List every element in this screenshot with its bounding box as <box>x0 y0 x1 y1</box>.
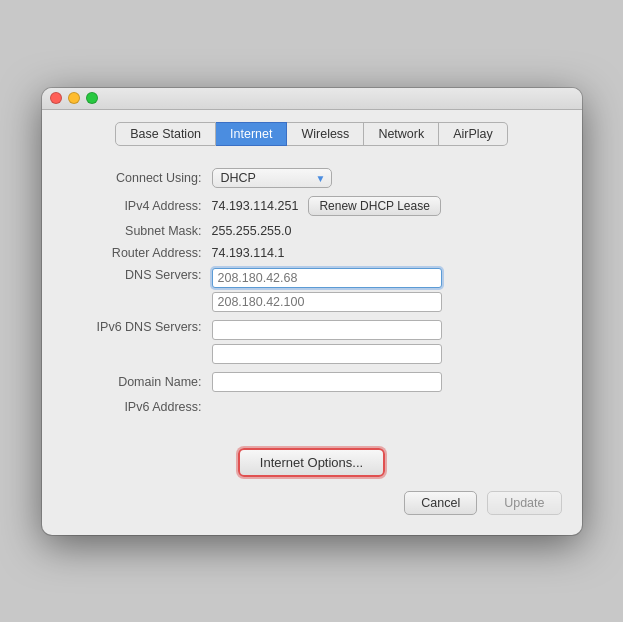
bottom-section: Internet Options... <box>42 448 582 477</box>
internet-options-button[interactable]: Internet Options... <box>238 448 385 477</box>
titlebar <box>42 88 582 110</box>
ipv6-address-row: IPv6 Address: <box>72 400 552 414</box>
main-window: Base Station Internet Wireless Network A… <box>42 88 582 535</box>
ipv6-dns-row: IPv6 DNS Servers: <box>72 320 552 364</box>
dns-server-1-input[interactable] <box>212 268 442 288</box>
ipv6-dns-label: IPv6 DNS Servers: <box>72 320 212 334</box>
domain-row: Domain Name: <box>72 372 552 392</box>
dns-group <box>212 268 442 312</box>
maximize-button[interactable] <box>86 92 98 104</box>
minimize-button[interactable] <box>68 92 80 104</box>
dns-row: DNS Servers: <box>72 268 552 312</box>
domain-label: Domain Name: <box>72 375 212 389</box>
connect-using-select-wrapper: DHCP ▼ <box>212 168 332 188</box>
tab-wireless[interactable]: Wireless <box>287 122 364 146</box>
ipv6-address-label: IPv6 Address: <box>72 400 212 414</box>
ipv4-row: IPv4 Address: 74.193.114.251 Renew DHCP … <box>72 196 552 216</box>
subnet-value: 255.255.255.0 <box>212 224 292 238</box>
action-row: Cancel Update <box>42 477 582 519</box>
connect-using-select[interactable]: DHCP <box>212 168 332 188</box>
subnet-row: Subnet Mask: 255.255.255.0 <box>72 224 552 238</box>
router-value: 74.193.114.1 <box>212 246 285 260</box>
ipv6-dns-server-2-input[interactable] <box>212 344 442 364</box>
tab-airplay[interactable]: AirPlay <box>439 122 508 146</box>
tab-bar: Base Station Internet Wireless Network A… <box>42 110 582 154</box>
tab-base-station[interactable]: Base Station <box>115 122 216 146</box>
ipv6-dns-group <box>212 320 442 364</box>
connect-using-row: Connect Using: DHCP ▼ <box>72 168 552 188</box>
subnet-label: Subnet Mask: <box>72 224 212 238</box>
domain-name-input[interactable] <box>212 372 442 392</box>
cancel-button[interactable]: Cancel <box>404 491 477 515</box>
ipv4-label: IPv4 Address: <box>72 199 212 213</box>
close-button[interactable] <box>50 92 62 104</box>
renew-dhcp-button[interactable]: Renew DHCP Lease <box>308 196 441 216</box>
tab-internet[interactable]: Internet <box>216 122 287 146</box>
dns-server-2-input[interactable] <box>212 292 442 312</box>
connect-using-label: Connect Using: <box>72 171 212 185</box>
tab-network[interactable]: Network <box>364 122 439 146</box>
form-content: Connect Using: DHCP ▼ IPv4 Address: 74.1… <box>42 154 582 432</box>
ipv6-dns-server-1-input[interactable] <box>212 320 442 340</box>
dns-label: DNS Servers: <box>72 268 212 282</box>
update-button[interactable]: Update <box>487 491 561 515</box>
ipv4-value: 74.193.114.251 <box>212 199 299 213</box>
router-label: Router Address: <box>72 246 212 260</box>
router-row: Router Address: 74.193.114.1 <box>72 246 552 260</box>
